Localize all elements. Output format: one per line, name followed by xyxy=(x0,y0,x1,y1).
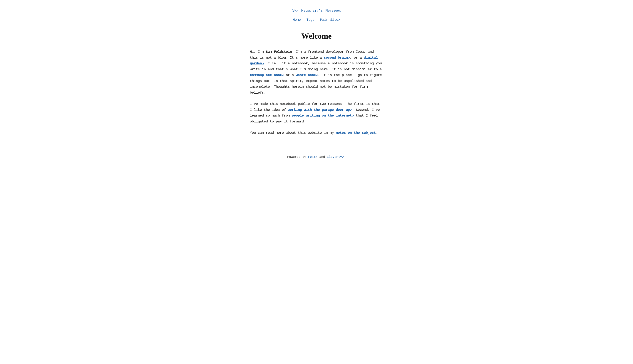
waste-book-link[interactable]: waste book↗ xyxy=(296,73,318,77)
eleventy-link[interactable]: Eleventy↗ xyxy=(327,155,344,159)
footer-and: and xyxy=(317,155,327,159)
nav-main-site[interactable]: Main Site↗ xyxy=(320,18,340,22)
more-section: You can read more about this website in … xyxy=(250,130,383,136)
commonplace-book-link[interactable]: commonplace book↗ xyxy=(250,73,284,77)
public-section: I've made this notebook public for two r… xyxy=(250,101,383,124)
public-paragraph: I've made this notebook public for two r… xyxy=(250,101,383,124)
main-content: Welcome Hi, I'm Sam Feldstein. I'm a fro… xyxy=(250,30,383,136)
intro-section: Hi, I'm Sam Feldstein. I'm a frontend de… xyxy=(250,49,383,96)
nav-home[interactable]: Home xyxy=(293,18,301,22)
digital-garden-link[interactable]: digital garden↗ xyxy=(250,56,378,66)
foam-link[interactable]: Foam↗ xyxy=(308,155,317,159)
notes-on-subject-link[interactable]: notes on the subject xyxy=(336,131,376,135)
intro-paragraph: Hi, I'm Sam Feldstein. I'm a frontend de… xyxy=(250,49,383,96)
page-wrapper: Sam Feldstein's Notebook Home Tags Main … xyxy=(246,0,387,174)
footer-period: . xyxy=(344,155,346,159)
page-footer: Powered by Foam↗ and Eleventy↗. xyxy=(250,154,383,160)
site-title: Sam Feldstein's Notebook xyxy=(250,8,383,14)
author-name: Sam Feldstein xyxy=(266,50,292,54)
site-header: Sam Feldstein's Notebook Home Tags Main … xyxy=(250,8,383,22)
site-title-link[interactable]: Sam Feldstein's Notebook xyxy=(292,8,341,13)
footer-text: Powered by Foam↗ and Eleventy↗. xyxy=(250,154,383,160)
main-nav: Home Tags Main Site↗ xyxy=(250,17,383,22)
second-brain-link[interactable]: second brain↗ xyxy=(324,56,350,60)
garage-door-link[interactable]: working with the garage door up↗ xyxy=(288,108,352,112)
footer-powered-by: Powered by xyxy=(287,155,308,159)
more-paragraph: You can read more about this website in … xyxy=(250,130,383,136)
people-writing-link[interactable]: people writing on the internet↗ xyxy=(292,114,354,118)
nav-tags[interactable]: Tags xyxy=(307,18,314,22)
page-heading: Welcome xyxy=(250,30,383,42)
